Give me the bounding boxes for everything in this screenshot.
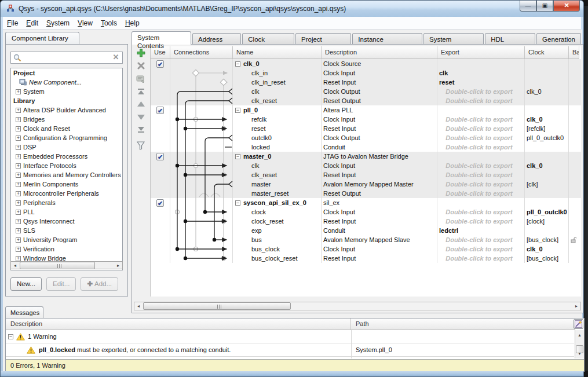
column-header-bas[interactable]: Bas — [569, 46, 579, 59]
tree-item-embedded-processors[interactable]: +Embedded Processors — [11, 152, 122, 161]
collapse-icon[interactable]: − — [8, 334, 13, 339]
clock-value[interactable] — [525, 96, 569, 105]
tree-item-microcontroller-peripherals[interactable]: +Microcontroller Peripherals — [11, 189, 122, 198]
filter-button[interactable] — [136, 141, 146, 151]
clock-value[interactable] — [525, 68, 569, 78]
clock-value[interactable] — [525, 78, 569, 87]
export-placeholder[interactable]: Double-click to export — [437, 207, 525, 217]
tree-item-new-component[interactable]: New Component... — [11, 78, 122, 87]
expand-icon[interactable]: + — [16, 136, 21, 141]
move-bottom-button[interactable] — [136, 125, 146, 134]
move-down-button[interactable] — [136, 112, 146, 122]
clock-value[interactable] — [525, 105, 569, 115]
tab-project-settings[interactable]: Project Settings — [295, 33, 351, 45]
export-placeholder[interactable]: Double-click to export — [437, 217, 525, 226]
expand-icon[interactable]: + — [16, 219, 21, 224]
tree-item-memories-and-memory-controllers[interactable]: +Memories and Memory Controllers — [11, 170, 122, 180]
clock-value[interactable] — [525, 59, 569, 68]
unlocked-lock-icon[interactable] — [571, 237, 576, 243]
use-checkbox[interactable] — [156, 107, 164, 114]
edit-component-button[interactable] — [136, 74, 146, 83]
export-placeholder[interactable]: Double-click to export — [437, 124, 525, 133]
menu-tools[interactable]: Tools — [97, 18, 121, 28]
tree-item-pll[interactable]: +PLL — [11, 207, 122, 217]
column-header-clock[interactable]: Clock — [525, 46, 569, 59]
clock-value[interactable]: clk_0 — [525, 244, 569, 254]
use-checkbox[interactable] — [156, 199, 164, 207]
menu-edit[interactable]: Edit — [22, 18, 42, 28]
connections-diagram[interactable] — [170, 59, 233, 263]
tree-item-qsys-interconnect[interactable]: +Qsys Interconnect — [11, 217, 122, 226]
library-horizontal-scrollbar[interactable]: ◂ ▸ — [10, 261, 123, 269]
expand-icon[interactable]: + — [16, 108, 21, 113]
move-top-button[interactable] — [136, 86, 146, 96]
tab-hdl-example[interactable]: HDL Example — [485, 33, 535, 45]
tab-system-contents[interactable]: System Contents — [132, 31, 191, 45]
tree-item-bridges[interactable]: +Bridges — [11, 115, 122, 124]
tree-item-clock-and-reset[interactable]: +Clock and Reset — [11, 124, 122, 133]
clock-value[interactable]: clk_0 — [525, 87, 569, 96]
expand-icon[interactable]: + — [16, 145, 21, 150]
export-placeholder[interactable]: Double-click to export — [437, 170, 525, 180]
clock-value[interactable]: [bus_clock] — [525, 254, 569, 263]
tab-messages[interactable]: Messages — [5, 306, 43, 319]
expand-icon[interactable]: + — [16, 126, 21, 131]
contents-horizontal-scrollbar[interactable]: ◂ ▸ — [134, 302, 581, 310]
title-bar[interactable]: Qsys - syscon_api.qsys (C:\Users\gnash\D… — [1, 1, 583, 17]
add-button[interactable]: ✚Add... — [81, 277, 118, 291]
column-header-export[interactable]: Export — [437, 46, 525, 59]
export-placeholder[interactable]: Double-click to export — [437, 87, 525, 96]
scroll-right-icon[interactable]: ▸ — [114, 262, 122, 269]
export-value[interactable]: reset — [437, 78, 525, 87]
expand-icon[interactable]: + — [16, 256, 21, 261]
export-placeholder[interactable]: Double-click to export — [437, 161, 525, 170]
clock-value[interactable]: pll_0_outclk0 — [525, 133, 569, 142]
tree-item-system[interactable]: +System — [11, 87, 122, 96]
collapse-icon[interactable]: − — [235, 154, 240, 159]
library-search-box[interactable]: ✕ — [10, 52, 123, 64]
export-placeholder[interactable]: Double-click to export — [437, 96, 525, 105]
expand-icon[interactable]: + — [16, 173, 21, 178]
tree-item-interface-protocols[interactable]: +Interface Protocols — [11, 161, 122, 170]
expand-icon[interactable]: + — [16, 163, 21, 169]
use-checkbox[interactable] — [156, 60, 164, 68]
menu-system[interactable]: System — [42, 18, 74, 28]
clock-value[interactable] — [525, 170, 569, 180]
tree-item-sls[interactable]: +SLS — [11, 226, 122, 235]
expand-icon[interactable]: + — [16, 191, 21, 196]
expand-icon[interactable]: + — [16, 237, 21, 243]
scrollbar-thumb[interactable] — [20, 262, 95, 269]
clock-value[interactable]: pll_0_outclk0 — [525, 207, 569, 217]
clock-value[interactable]: [clock] — [525, 217, 569, 226]
expand-icon[interactable]: + — [16, 89, 21, 94]
expand-icon[interactable]: + — [16, 154, 21, 159]
tree-item-university-program[interactable]: +University Program — [11, 235, 122, 244]
messages-column-path[interactable]: Path — [351, 319, 575, 330]
collapse-icon[interactable]: − — [235, 200, 240, 206]
clock-value[interactable] — [525, 198, 569, 207]
column-header-name[interactable]: Name — [233, 46, 322, 59]
warning-message-row[interactable]: pll_0.locked must be exported, or connec… — [6, 343, 574, 357]
tree-item-peripherals[interactable]: +Peripherals — [11, 198, 122, 207]
messages-vertical-scrollbar[interactable]: ▲ ▼ — [575, 330, 584, 358]
clock-value[interactable] — [525, 152, 569, 161]
export-placeholder[interactable]: Double-click to export — [437, 180, 525, 189]
tab-address-map[interactable]: Address Map — [192, 33, 241, 45]
warning-group-row[interactable]: − 1 Warning — [6, 330, 574, 343]
minimize-button[interactable]: — — [520, 1, 536, 12]
expand-icon[interactable]: + — [16, 117, 21, 122]
export-placeholder[interactable]: Double-click to export — [437, 142, 525, 152]
tab-system-inspector[interactable]: System Inspector — [423, 33, 484, 45]
menu-file[interactable]: File — [3, 18, 22, 28]
export-placeholder[interactable]: Double-click to export — [437, 235, 525, 244]
expand-icon[interactable]: + — [16, 200, 21, 206]
move-up-button[interactable] — [136, 99, 146, 109]
remove-component-button[interactable] — [136, 61, 146, 71]
expand-icon[interactable]: + — [16, 228, 21, 233]
export-value[interactable]: ledctrl — [437, 226, 525, 235]
tab-component-library[interactable]: Component Library — [5, 32, 79, 45]
tab-generation[interactable]: Generation — [536, 33, 581, 45]
messages-column-description[interactable]: Description — [6, 319, 351, 330]
export-placeholder[interactable]: Double-click to export — [437, 244, 525, 254]
message-filter-button[interactable] — [574, 319, 583, 329]
